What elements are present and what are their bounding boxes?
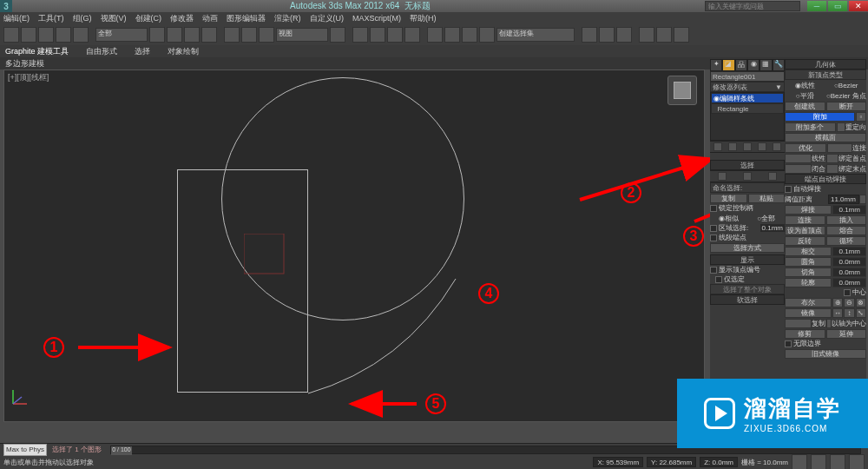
spline-curve[interactable] (299, 287, 473, 400)
mirror-h-icon[interactable]: ↔ (832, 308, 843, 318)
reverse-button[interactable]: 反转 (785, 236, 825, 246)
weld-button[interactable]: 焊接 (785, 205, 832, 215)
timeline-slider[interactable]: 0 / 100 (111, 446, 132, 455)
percent-snap-button[interactable] (387, 27, 403, 43)
modifier-list-dropdown[interactable]: 修改器列表▼ (710, 82, 785, 92)
select-name-button[interactable] (167, 27, 182, 43)
select-button[interactable] (149, 27, 165, 43)
connect-checkbox[interactable] (827, 143, 853, 153)
move-button[interactable] (224, 27, 240, 43)
cross-ins-button[interactable]: 相交 (785, 247, 832, 256)
insert-button[interactable]: 插入 (826, 215, 867, 225)
help-search-input[interactable]: 输入关键字或问题 (705, 1, 800, 11)
outline-input[interactable]: 0.0mm (832, 278, 866, 287)
scale-button[interactable] (259, 27, 274, 43)
auto-key-button[interactable] (792, 454, 807, 469)
tab-utilities-icon[interactable]: 🔧 (773, 59, 785, 71)
time-config-button[interactable] (849, 454, 865, 469)
seg-end-checkbox[interactable] (710, 234, 717, 241)
tab-graphite[interactable]: Graphite 建模工具 (5, 46, 69, 57)
material-editor-button[interactable] (616, 27, 632, 43)
ribbon-panel-label[interactable]: 多边形建模 (5, 58, 44, 69)
tab-paint[interactable]: 对象绘制 (168, 46, 199, 57)
outline-button[interactable]: 轮廓 (785, 278, 832, 287)
fuse-button[interactable]: 熔合 (826, 226, 867, 235)
weld-input[interactable]: 0.1mm (832, 205, 866, 215)
menu-help[interactable]: 帮助(H) (410, 13, 437, 24)
app-logo-icon[interactable]: 3 (0, 0, 12, 12)
menu-maxscript[interactable]: MAXScript(M) (352, 14, 401, 23)
stack-rectangle[interactable]: Rectangle (711, 103, 784, 114)
segment-level-icon[interactable] (743, 172, 752, 181)
align-button[interactable] (462, 27, 477, 43)
bool-union-icon[interactable]: ⊕ (832, 298, 843, 307)
rotate-button[interactable] (241, 27, 257, 43)
curve-editor-button[interactable] (582, 27, 597, 43)
cross-section-button[interactable]: 横截面 (785, 133, 866, 142)
undo-button[interactable] (3, 27, 19, 43)
play-button[interactable] (830, 454, 845, 469)
menu-views[interactable]: 视图(V) (101, 13, 127, 24)
menu-customize[interactable]: 自定义(U) (310, 13, 345, 24)
infinite-checkbox[interactable] (785, 340, 792, 347)
refine-button[interactable]: 优化 (785, 143, 826, 153)
make-first-button[interactable]: 设为首顶点 (785, 226, 825, 235)
mirror-both-icon[interactable]: ⤡ (856, 308, 866, 318)
tab-hierarchy-icon[interactable]: 品 (735, 59, 747, 71)
reorient-checkbox[interactable] (837, 122, 845, 132)
fillet-input[interactable]: 0.0mm (832, 257, 866, 267)
viewcube-face-icon[interactable] (674, 82, 691, 99)
cycle-button[interactable]: 循环 (826, 236, 867, 246)
spline-level-icon[interactable] (768, 172, 777, 181)
selection-rollout-header[interactable]: 选择 (710, 160, 785, 170)
show-vtx-checkbox[interactable] (710, 267, 717, 274)
trim-button[interactable]: 修剪 (785, 329, 825, 339)
named-sel-button[interactable] (427, 27, 443, 43)
bool-int-icon[interactable]: ⊗ (856, 298, 866, 307)
attach-settings-icon[interactable]: ▫ (856, 112, 866, 122)
mirror-button[interactable] (444, 27, 460, 43)
bind-button[interactable] (73, 27, 89, 43)
menu-create[interactable]: 创建(C) (135, 13, 162, 24)
ref-coord-dropdown[interactable]: 视图 (276, 28, 328, 42)
pivot-button[interactable] (330, 27, 345, 43)
remove-mod-icon[interactable] (758, 142, 766, 151)
select-region-button[interactable] (184, 27, 200, 43)
vertex-level-icon[interactable] (718, 172, 727, 181)
render-frame-button[interactable] (656, 27, 672, 43)
chamfer-button[interactable]: 切角 (785, 268, 832, 277)
named-selection-dropdown[interactable]: 创建选择集 (496, 28, 575, 42)
snap-button[interactable] (352, 27, 368, 43)
bezier-radio[interactable]: ○ Bezier (826, 81, 867, 90)
menu-tools[interactable]: 工具(T) (38, 13, 64, 24)
close-button[interactable]: ✕ (849, 1, 868, 11)
show-result-icon[interactable] (728, 142, 737, 151)
configure-icon[interactable] (773, 142, 781, 151)
viewcube[interactable] (667, 76, 697, 105)
threshold-spinner[interactable] (859, 195, 866, 204)
make-unique-icon[interactable] (743, 142, 752, 151)
copy-sel-button[interactable]: 复制 (710, 194, 747, 203)
threshold-input[interactable]: 11.0mm (828, 195, 859, 204)
render-setup-button[interactable] (639, 27, 654, 43)
redo-button[interactable] (21, 27, 36, 43)
selected-only-checkbox[interactable] (715, 276, 722, 283)
max-to-phys-button[interactable]: Max to Phys (3, 444, 47, 456)
menu-edit[interactable]: 编辑(E) (3, 13, 30, 24)
link-button[interactable] (38, 27, 54, 43)
chamfer-input[interactable]: 0.0mm (832, 268, 866, 277)
stack-edit-spline[interactable]: ◉ 编辑样条线 (711, 93, 784, 103)
connect-button[interactable]: 连接 (785, 215, 825, 225)
bool-sub-icon[interactable]: ⊖ (844, 298, 854, 307)
tab-freeform[interactable]: 自由形式 (86, 46, 117, 57)
menu-group[interactable]: 组(G) (73, 13, 92, 24)
mirror-v-icon[interactable]: ↕ (844, 308, 854, 318)
bezier-corner-radio[interactable]: ○ Bezier 角点 (826, 91, 867, 101)
tab-motion-icon[interactable]: ◉ (747, 59, 760, 71)
viewport-label[interactable]: [+][顶][线框] (8, 72, 49, 83)
old-mirror-button[interactable]: 旧式镜像 (785, 349, 866, 359)
attach-button[interactable]: 附加 (785, 112, 855, 122)
menu-render[interactable]: 渲染(R) (274, 13, 301, 24)
render-button[interactable] (674, 27, 689, 43)
tab-selection[interactable]: 选择 (135, 46, 150, 57)
